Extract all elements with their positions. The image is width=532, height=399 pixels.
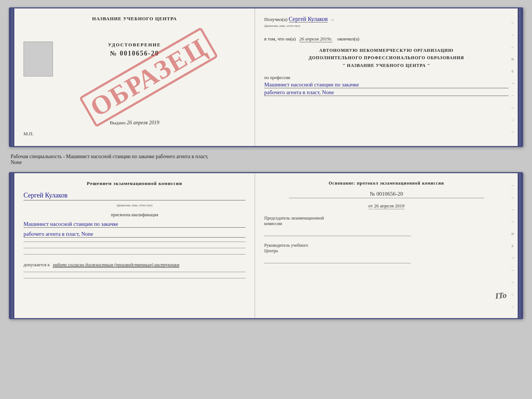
head-line2: Центра bbox=[264, 248, 508, 254]
issued-date-block: Выдано 26 апреля 2019 bbox=[14, 120, 255, 126]
doc-spine-right bbox=[518, 8, 522, 146]
chairman-block: Председатель экзаменационной комиссии bbox=[264, 215, 508, 236]
cert-number: № 0010656-20 bbox=[110, 50, 159, 57]
ito-mark: ITo bbox=[495, 291, 507, 301]
org-line2: ДОПОЛНИТЕЛЬНОГО ПРОФЕССИОНАЛЬНОГО ОБРАЗО… bbox=[264, 54, 508, 61]
dashes: – – – и а ← – – – – bbox=[511, 20, 516, 135]
head-signature-line bbox=[264, 263, 411, 263]
issued-date: 26 апреля 2019 bbox=[127, 120, 159, 125]
bottom-left-panel: Решением экзаменационной комиссии Сергей… bbox=[14, 173, 255, 318]
date-ending: окончил(а) bbox=[337, 36, 359, 42]
bottom-dashes: – – – – и а ← – – – – bbox=[511, 182, 516, 309]
qualification-label: присвоена квалификация bbox=[24, 212, 245, 218]
date-prefix: от bbox=[369, 203, 373, 209]
date-label: в том, что он(а) bbox=[264, 36, 296, 42]
protocol-date: от 26 апреля 2019 bbox=[264, 203, 508, 209]
top-left-title: НАЗВАНИЕ УЧЕБНОГО ЦЕНТРА bbox=[92, 16, 177, 22]
issued-prefix: Выдано bbox=[110, 120, 126, 125]
protocol-number: № 0010656-20 bbox=[289, 191, 484, 198]
bottom-right-marks: – – – – и а ← – – – – bbox=[511, 173, 516, 318]
commission-title: Решением экзаменационной комиссии bbox=[24, 181, 245, 186]
admitted-block: допускается к работе согласно должностны… bbox=[24, 262, 245, 268]
mp-label: М.П. bbox=[24, 131, 33, 137]
bottom-right-panel: Основание: протокол экзаменационной коми… bbox=[255, 173, 518, 318]
doc-spine-left bbox=[10, 8, 14, 146]
chairman-line2: комиссии bbox=[264, 221, 508, 227]
top-left-panel: НАЗВАНИЕ УЧЕБНОГО ЦЕНТРА УДОСТОВЕРЕНИЕ №… bbox=[14, 8, 255, 146]
bottom-name-hint: (фамилия, имя, отчество) bbox=[24, 203, 245, 207]
org-line1: АВТОНОМНУЮ НЕКОММЕРЧЕСКУЮ ОРГАНИЗАЦИЮ bbox=[264, 47, 508, 54]
separator1 bbox=[24, 242, 245, 242]
head-block: Руководитель учебного Центра bbox=[264, 243, 508, 263]
admitted-prefix: допускается к bbox=[24, 262, 50, 267]
admitted-work: работе согласно должностным (производств… bbox=[53, 262, 179, 268]
cert-photo bbox=[24, 42, 53, 76]
specialty-line2: None bbox=[11, 160, 521, 165]
cert-label: УДОСТОВЕРЕНИЕ bbox=[108, 42, 161, 48]
separator2 bbox=[24, 248, 245, 248]
protocol-date-value: 26 апреля 2019 bbox=[374, 203, 405, 209]
profession-label: по профессии bbox=[264, 75, 508, 81]
profession-line2: рабочего агента в пласт, None bbox=[264, 89, 508, 96]
org-block: АВТОНОМНУЮ НЕКОММЕРЧЕСКУЮ ОРГАНИЗАЦИЮ ДО… bbox=[264, 47, 508, 69]
head-line1: Руководитель учебного bbox=[264, 243, 508, 248]
basis-title: Основание: протокол экзаменационной коми… bbox=[264, 181, 508, 186]
received-name: Сергей Кулаков bbox=[289, 16, 328, 22]
completed-date: 26 апреля 2019г. bbox=[299, 36, 332, 42]
profession-block: по профессии Машинист насосной станции п… bbox=[264, 75, 508, 96]
specialty-text: Рабочая специальность - Машинист насосно… bbox=[9, 151, 523, 168]
person-name: Сергей Кулаков bbox=[24, 192, 245, 200]
chairman-line1: Председатель экзаменационной bbox=[264, 215, 508, 221]
right-marks: – – – и а ← – – – – bbox=[511, 8, 516, 146]
separator4 bbox=[24, 272, 245, 272]
qualification-line2: рабочего агента в пласт, None bbox=[24, 231, 245, 238]
date-line: в том, что он(а) 26 апреля 2019г. окончи… bbox=[264, 36, 508, 42]
org-line3: " НАЗВАНИЕ УЧЕБНОГО ЦЕНТРА " bbox=[264, 62, 508, 69]
received-line: Получил(а) Сергей Кулаков – (фамилия, им… bbox=[264, 16, 508, 28]
bottom-spine-right bbox=[518, 173, 522, 318]
bottom-doc-content: Решением экзаменационной комиссии Сергей… bbox=[14, 173, 518, 318]
profession-line1: Машинист насосной станции по закачке bbox=[264, 82, 508, 88]
top-doc-content: НАЗВАНИЕ УЧЕБНОГО ЦЕНТРА УДОСТОВЕРЕНИЕ №… bbox=[14, 8, 518, 146]
received-label: Получил(а) bbox=[264, 17, 287, 22]
bottom-document: Решением экзаменационной комиссии Сергей… bbox=[9, 172, 523, 319]
separator5 bbox=[24, 278, 245, 278]
page-wrapper: НАЗВАНИЕ УЧЕБНОГО ЦЕНТРА УДОСТОВЕРЕНИЕ №… bbox=[9, 7, 523, 319]
specialty-line1: Рабочая специальность - Машинист насосно… bbox=[11, 154, 521, 160]
chairman-signature-line bbox=[264, 236, 411, 236]
qualification-line1: Машинист насосной станции по закачке bbox=[24, 221, 245, 228]
top-document: НАЗВАНИЕ УЧЕБНОГО ЦЕНТРА УДОСТОВЕРЕНИЕ №… bbox=[9, 7, 523, 147]
bottom-spine-left bbox=[10, 173, 14, 318]
name-hint: (фамилия, имя, отчество) bbox=[264, 24, 300, 28]
separator3 bbox=[24, 254, 245, 254]
top-right-panel: Получил(а) Сергей Кулаков – (фамилия, им… bbox=[255, 8, 518, 146]
